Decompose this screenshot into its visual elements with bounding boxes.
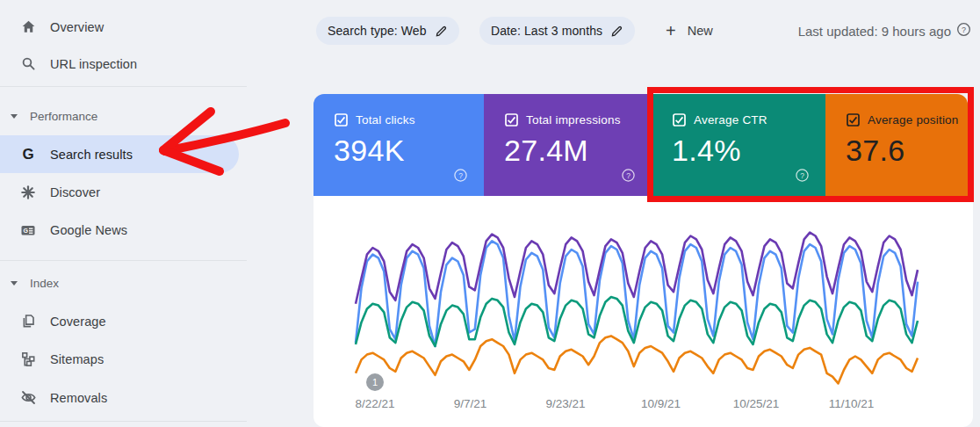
metric-value: 27.4M bbox=[504, 134, 652, 168]
plus-icon: + bbox=[666, 21, 676, 41]
sidebar-item-label: Removals bbox=[50, 391, 107, 405]
filter-chip-date[interactable]: Date: Last 3 months bbox=[479, 17, 635, 45]
filter-chip-label: Search type: Web bbox=[328, 24, 427, 38]
removals-eye-off-icon bbox=[19, 389, 37, 407]
performance-chart-panel: 8/22/219/7/219/23/2110/9/2110/25/2111/10… bbox=[313, 196, 973, 427]
sitemaps-tree-icon bbox=[19, 351, 37, 368]
performance-chart: 8/22/219/7/219/23/2110/9/2110/25/2111/10… bbox=[313, 196, 973, 427]
checkbox-checked-icon[interactable] bbox=[673, 113, 686, 127]
svg-text:?: ? bbox=[458, 171, 463, 180]
svg-text:G: G bbox=[24, 227, 29, 233]
sidebar-section-index[interactable]: Index bbox=[0, 269, 239, 297]
svg-text:1: 1 bbox=[372, 377, 378, 387]
metric-card-average-position[interactable]: Average position 37.6 bbox=[825, 94, 968, 196]
sidebar-item-google-news[interactable]: G Google News bbox=[0, 211, 239, 249]
search-icon bbox=[19, 55, 37, 73]
x-axis-label: 11/10/21 bbox=[829, 397, 875, 410]
help-icon[interactable]: ? bbox=[956, 22, 971, 40]
search-console-app: Overview URL inspection Performance G Se… bbox=[0, 0, 980, 427]
metric-value: 1.4% bbox=[672, 134, 825, 168]
metric-label: Total clicks bbox=[356, 113, 415, 127]
metric-label: Average position bbox=[868, 113, 959, 127]
metric-cards-row: Total clicks 394K ? Total impressions 27… bbox=[313, 94, 968, 196]
help-icon[interactable]: ? bbox=[795, 168, 810, 186]
sidebar-item-url-inspection[interactable]: URL inspection bbox=[0, 45, 239, 83]
sidebar-item-sitemaps[interactable]: Sitemaps bbox=[0, 340, 239, 378]
sidebar-item-label: Coverage bbox=[50, 315, 106, 329]
section-label: Performance bbox=[30, 110, 97, 123]
svg-text:?: ? bbox=[626, 171, 631, 180]
svg-text:?: ? bbox=[962, 25, 966, 34]
new-filter-button[interactable]: + New bbox=[666, 17, 713, 45]
x-axis-label: 9/23/21 bbox=[545, 397, 585, 410]
sidebar-item-label: Search results bbox=[50, 148, 133, 162]
home-icon bbox=[19, 18, 37, 36]
sidebar-item-overview[interactable]: Overview bbox=[0, 8, 239, 46]
checkbox-checked-icon[interactable] bbox=[847, 113, 860, 127]
x-axis-label: 8/22/21 bbox=[355, 397, 394, 410]
discover-asterisk-icon bbox=[19, 184, 37, 201]
help-icon[interactable]: ? bbox=[453, 168, 468, 186]
x-axis-label: 10/9/21 bbox=[641, 397, 681, 410]
sidebar-divider bbox=[0, 260, 247, 261]
help-icon[interactable]: ? bbox=[621, 168, 636, 186]
chevron-down-icon bbox=[11, 114, 18, 119]
last-updated-text: Last updated: 9 hours ago bbox=[798, 24, 951, 39]
sidebar-item-label: Sitemaps bbox=[50, 352, 104, 366]
sidebar-item-label: Overview bbox=[50, 20, 104, 34]
x-axis-label: 9/7/21 bbox=[454, 397, 487, 410]
sidebar-item-search-results[interactable]: G Search results bbox=[0, 135, 239, 173]
chart-annotation-marker[interactable]: 1 bbox=[366, 373, 384, 391]
sidebar-divider bbox=[0, 86, 247, 87]
checkbox-checked-icon[interactable] bbox=[505, 113, 518, 127]
coverage-pages-icon bbox=[19, 313, 37, 330]
x-axis-label: 10/25/21 bbox=[733, 397, 780, 410]
google-news-icon: G bbox=[19, 221, 37, 239]
metric-card-average-ctr[interactable]: Average CTR 1.4% ? bbox=[652, 94, 825, 196]
sidebar-section-performance[interactable]: Performance bbox=[0, 102, 239, 130]
sidebar-item-discover[interactable]: Discover bbox=[0, 173, 239, 211]
sidebar-item-label: Google News bbox=[50, 223, 127, 237]
svg-text:?: ? bbox=[800, 171, 804, 180]
sidebar-item-label: URL inspection bbox=[50, 57, 137, 71]
metric-value: 37.6 bbox=[846, 134, 968, 168]
checkbox-checked-icon[interactable] bbox=[335, 113, 348, 127]
sidebar: Overview URL inspection Performance G Se… bbox=[0, 0, 263, 427]
sidebar-item-label: Discover bbox=[50, 185, 100, 199]
sidebar-divider bbox=[0, 421, 247, 422]
sidebar-item-removals[interactable]: Removals bbox=[0, 379, 239, 416]
filter-chip-label: Date: Last 3 months bbox=[491, 24, 602, 38]
metric-value: 394K bbox=[334, 134, 484, 168]
last-updated-status: Last updated: 9 hours ago ? bbox=[798, 22, 971, 40]
section-label: Index bbox=[30, 277, 59, 290]
sidebar-item-coverage[interactable]: Coverage bbox=[0, 302, 239, 340]
edit-pencil-icon bbox=[435, 25, 448, 38]
metric-card-total-clicks[interactable]: Total clicks 394K ? bbox=[313, 94, 484, 196]
chevron-down-icon bbox=[11, 281, 18, 286]
new-button-label: New bbox=[688, 24, 713, 38]
metric-label: Average CTR bbox=[694, 113, 767, 127]
edit-pencil-icon bbox=[610, 25, 623, 38]
metric-card-total-impressions[interactable]: Total impressions 27.4M ? bbox=[484, 94, 652, 196]
google-g-icon: G bbox=[19, 146, 37, 163]
filter-chip-search-type[interactable]: Search type: Web bbox=[316, 17, 459, 45]
metric-label: Total impressions bbox=[526, 113, 621, 127]
